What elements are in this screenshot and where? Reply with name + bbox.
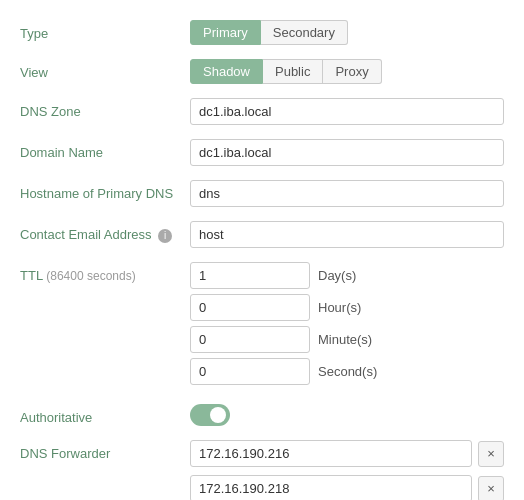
view-proxy-button[interactable]: Proxy: [323, 59, 381, 84]
contact-email-input[interactable]: [190, 221, 504, 248]
domain-name-control: [190, 139, 504, 166]
ttl-minute-row: Minute(s): [190, 326, 504, 353]
ttl-day-row: Day(s): [190, 262, 504, 289]
dns-forwarder-control: × × ×: [190, 440, 504, 500]
authoritative-row: Authoritative: [20, 404, 504, 426]
ttl-second-label: Second(s): [318, 364, 377, 379]
dns-forwarder-row: DNS Forwarder × × ×: [20, 440, 504, 500]
ttl-hour-input[interactable]: [190, 294, 310, 321]
toggle-slider: [190, 404, 230, 426]
dns-forwarder-label: DNS Forwarder: [20, 440, 190, 461]
domain-name-row: Domain Name: [20, 139, 504, 166]
authoritative-label: Authoritative: [20, 404, 190, 425]
ttl-label: TTL (86400 seconds): [20, 262, 190, 283]
hostname-label: Hostname of Primary DNS: [20, 180, 190, 201]
contact-email-row: Contact Email Address i: [20, 221, 504, 248]
contact-email-label: Contact Email Address i: [20, 221, 190, 243]
type-label: Type: [20, 20, 190, 41]
domain-name-input[interactable]: [190, 139, 504, 166]
forwarder-row-2: ×: [190, 475, 504, 500]
domain-name-label: Domain Name: [20, 139, 190, 160]
info-icon[interactable]: i: [158, 229, 172, 243]
dns-zone-row: DNS Zone: [20, 98, 504, 125]
type-secondary-button[interactable]: Secondary: [261, 20, 348, 45]
ttl-minute-input[interactable]: [190, 326, 310, 353]
hostname-control: [190, 180, 504, 207]
forwarder-input-1[interactable]: [190, 440, 472, 467]
ttl-minute-label: Minute(s): [318, 332, 372, 347]
authoritative-control: [190, 404, 504, 426]
ttl-hour-label: Hour(s): [318, 300, 361, 315]
view-shadow-button[interactable]: Shadow: [190, 59, 263, 84]
ttl-day-label: Day(s): [318, 268, 356, 283]
hostname-row: Hostname of Primary DNS: [20, 180, 504, 207]
type-row: Type Primary Secondary: [20, 20, 504, 45]
authoritative-toggle[interactable]: [190, 404, 230, 426]
type-primary-button[interactable]: Primary: [190, 20, 261, 45]
ttl-day-input[interactable]: [190, 262, 310, 289]
view-row: View Shadow Public Proxy: [20, 59, 504, 84]
hostname-input[interactable]: [190, 180, 504, 207]
forwarder-input-2[interactable]: [190, 475, 472, 500]
ttl-hour-row: Hour(s): [190, 294, 504, 321]
contact-email-control: [190, 221, 504, 248]
dns-zone-input[interactable]: [190, 98, 504, 125]
dns-zone-control: [190, 98, 504, 125]
forwarder-delete-1[interactable]: ×: [478, 441, 504, 467]
view-public-button[interactable]: Public: [263, 59, 323, 84]
ttl-second-row: Second(s): [190, 358, 504, 385]
ttl-control: Day(s) Hour(s) Minute(s) Second(s): [190, 262, 504, 390]
ttl-sublabel: (86400 seconds): [46, 269, 135, 283]
forwarder-row-1: ×: [190, 440, 504, 467]
ttl-second-input[interactable]: [190, 358, 310, 385]
type-button-group: Primary Secondary: [190, 20, 504, 45]
view-button-group: Shadow Public Proxy: [190, 59, 504, 84]
dns-zone-label: DNS Zone: [20, 98, 190, 119]
forwarder-delete-2[interactable]: ×: [478, 476, 504, 501]
view-label: View: [20, 59, 190, 80]
ttl-row: TTL (86400 seconds) Day(s) Hour(s) Minut…: [20, 262, 504, 390]
